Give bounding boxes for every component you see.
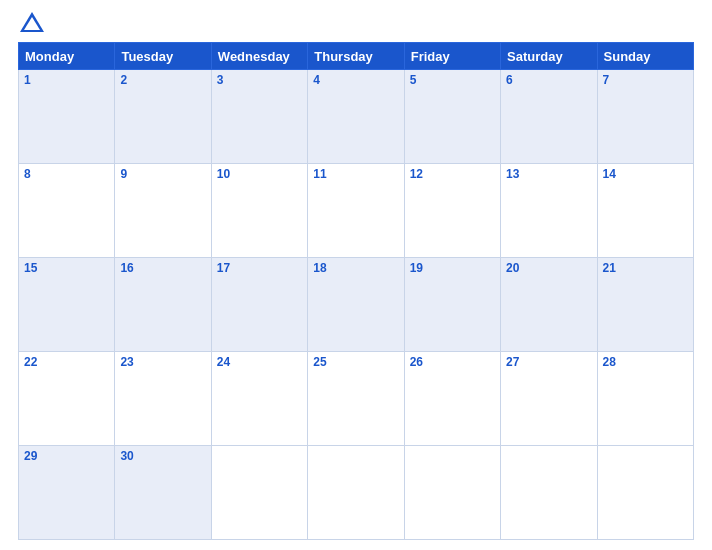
calendar-day-cell: 13: [501, 164, 597, 258]
weekday-header-tuesday: Tuesday: [115, 43, 211, 70]
day-number: 30: [120, 449, 133, 463]
day-number: 9: [120, 167, 127, 181]
calendar-day-cell: 8: [19, 164, 115, 258]
day-number: 20: [506, 261, 519, 275]
calendar-day-cell: 15: [19, 258, 115, 352]
calendar-day-cell: 1: [19, 70, 115, 164]
day-number: 3: [217, 73, 224, 87]
day-number: 28: [603, 355, 616, 369]
calendar-header: MondayTuesdayWednesdayThursdayFridaySatu…: [19, 43, 694, 70]
calendar-day-cell: 4: [308, 70, 404, 164]
calendar-day-cell: 27: [501, 352, 597, 446]
day-number: 17: [217, 261, 230, 275]
weekday-header-saturday: Saturday: [501, 43, 597, 70]
calendar-day-cell: 30: [115, 446, 211, 540]
calendar-day-cell: 28: [597, 352, 693, 446]
calendar-day-cell: 19: [404, 258, 500, 352]
calendar-week-row: 22232425262728: [19, 352, 694, 446]
calendar-day-cell: 10: [211, 164, 307, 258]
empty-cell: [597, 446, 693, 540]
calendar-day-cell: 16: [115, 258, 211, 352]
weekday-header-monday: Monday: [19, 43, 115, 70]
calendar-day-cell: 2: [115, 70, 211, 164]
empty-cell: [211, 446, 307, 540]
day-number: 11: [313, 167, 326, 181]
day-number: 12: [410, 167, 423, 181]
calendar-day-cell: 12: [404, 164, 500, 258]
day-number: 18: [313, 261, 326, 275]
calendar-day-cell: 21: [597, 258, 693, 352]
weekday-header-friday: Friday: [404, 43, 500, 70]
calendar-day-cell: 29: [19, 446, 115, 540]
day-number: 7: [603, 73, 610, 87]
empty-cell: [308, 446, 404, 540]
day-number: 25: [313, 355, 326, 369]
weekday-header-wednesday: Wednesday: [211, 43, 307, 70]
calendar-week-row: 15161718192021: [19, 258, 694, 352]
calendar-body: 1234567891011121314151617181920212223242…: [19, 70, 694, 540]
weekday-header-thursday: Thursday: [308, 43, 404, 70]
calendar-day-cell: 5: [404, 70, 500, 164]
weekday-header-sunday: Sunday: [597, 43, 693, 70]
day-number: 22: [24, 355, 37, 369]
calendar-week-row: 891011121314: [19, 164, 694, 258]
calendar-day-cell: 25: [308, 352, 404, 446]
calendar-day-cell: 9: [115, 164, 211, 258]
calendar-day-cell: 3: [211, 70, 307, 164]
day-number: 10: [217, 167, 230, 181]
calendar-week-row: 2930: [19, 446, 694, 540]
calendar-day-cell: 23: [115, 352, 211, 446]
day-number: 13: [506, 167, 519, 181]
calendar-day-cell: 18: [308, 258, 404, 352]
calendar-day-cell: 20: [501, 258, 597, 352]
day-number: 1: [24, 73, 31, 87]
day-number: 15: [24, 261, 37, 275]
logo-area: [18, 10, 50, 38]
day-number: 24: [217, 355, 230, 369]
day-number: 14: [603, 167, 616, 181]
calendar-table: MondayTuesdayWednesdayThursdayFridaySatu…: [18, 42, 694, 540]
calendar-day-cell: 24: [211, 352, 307, 446]
day-number: 21: [603, 261, 616, 275]
day-number: 4: [313, 73, 320, 87]
calendar-day-cell: 14: [597, 164, 693, 258]
calendar-day-cell: 26: [404, 352, 500, 446]
day-number: 26: [410, 355, 423, 369]
day-number: 6: [506, 73, 513, 87]
day-number: 19: [410, 261, 423, 275]
day-number: 2: [120, 73, 127, 87]
day-number: 27: [506, 355, 519, 369]
calendar-day-cell: 11: [308, 164, 404, 258]
day-number: 29: [24, 449, 37, 463]
day-number: 5: [410, 73, 417, 87]
top-bar: [18, 10, 694, 38]
calendar-day-cell: 6: [501, 70, 597, 164]
empty-cell: [501, 446, 597, 540]
day-number: 16: [120, 261, 133, 275]
day-number: 8: [24, 167, 31, 181]
empty-cell: [404, 446, 500, 540]
calendar-day-cell: 7: [597, 70, 693, 164]
day-number: 23: [120, 355, 133, 369]
calendar-week-row: 1234567: [19, 70, 694, 164]
logo-icon: [18, 10, 46, 38]
calendar-day-cell: 17: [211, 258, 307, 352]
weekday-row: MondayTuesdayWednesdayThursdayFridaySatu…: [19, 43, 694, 70]
calendar-day-cell: 22: [19, 352, 115, 446]
